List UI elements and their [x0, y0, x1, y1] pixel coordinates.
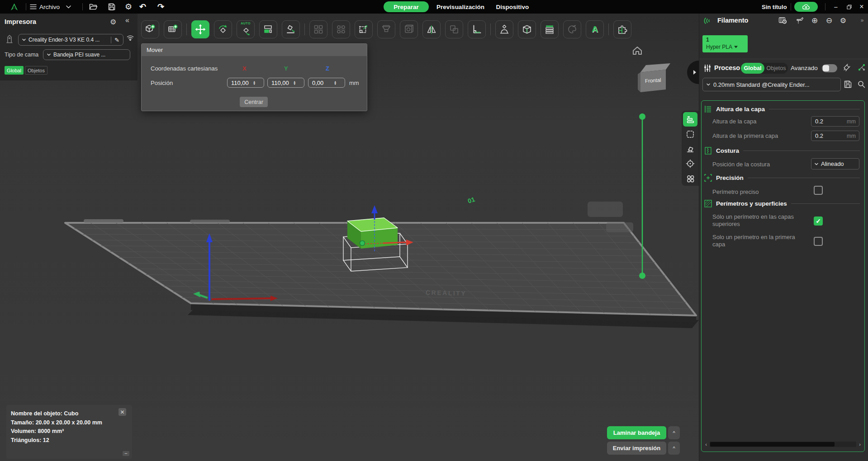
hole-tool-button[interactable] [400, 20, 418, 38]
slice-options-button[interactable]: ^ [668, 426, 680, 439]
redo-icon[interactable]: ↷ [157, 0, 164, 14]
process-global-tab[interactable]: Global [741, 63, 764, 74]
hamburger-icon[interactable] [30, 4, 37, 9]
scroll-right-arrow[interactable]: › [858, 442, 862, 447]
move-dialog-header[interactable]: Mover [142, 44, 367, 56]
advanced-toggle[interactable] [822, 64, 837, 72]
printer-settings-gear-icon[interactable]: ⚙ [110, 18, 116, 26]
close-icon[interactable]: ✕ [119, 408, 126, 416]
tab-prepare[interactable]: Preparar [384, 1, 429, 12]
selection-box-button[interactable] [683, 127, 697, 141]
arrange-button[interactable] [259, 20, 277, 38]
add-filament-icon[interactable]: ⊕ [809, 14, 820, 27]
plugin-button[interactable] [613, 20, 631, 38]
precise-wall-checkbox[interactable] [814, 186, 823, 195]
file-menu[interactable]: Archivo [39, 0, 60, 14]
y-position-input[interactable] [268, 80, 292, 86]
profile-select[interactable]: 0.20mm Standard @Creality Ender... [702, 78, 841, 91]
parameter-nodes-icon[interactable] [858, 63, 866, 71]
save-icon[interactable] [108, 3, 115, 10]
horizontal-scrollbar[interactable]: ‹ › [704, 441, 862, 448]
collapse-panel-icon[interactable]: « [125, 16, 129, 24]
scrollbar-track[interactable] [710, 442, 856, 447]
calibration-icon[interactable] [843, 63, 851, 71]
filament-settings-gear-icon[interactable]: ⚙ [838, 14, 849, 27]
stepper-arrows[interactable]: ▲▼ [334, 80, 337, 85]
minimize-button[interactable]: − [829, 0, 843, 14]
filament-unload-icon[interactable] [794, 14, 805, 27]
collapse-section-icon[interactable]: » [857, 14, 868, 27]
fill-plate-button[interactable] [332, 20, 350, 38]
boolean-tool-button[interactable] [445, 20, 463, 38]
single-wall-first-checkbox[interactable] [814, 237, 823, 246]
scale-tool-button[interactable] [355, 20, 373, 38]
rotate-tool-button[interactable] [214, 20, 232, 38]
undo-icon[interactable]: ↶ [139, 0, 146, 14]
z-position-input[interactable] [308, 80, 333, 86]
scrollbar-thumb[interactable] [710, 442, 835, 447]
add-plate-button[interactable] [164, 20, 182, 38]
layer-height-field[interactable]: mm [811, 116, 859, 127]
first-layer-height-input[interactable] [811, 132, 840, 139]
auto-orient-button[interactable]: AUTO [237, 20, 255, 38]
first-layer-height-field[interactable]: mm [811, 131, 859, 141]
measure-tool-button[interactable] [468, 20, 486, 38]
support-blocker-button[interactable] [377, 20, 395, 38]
remove-filament-icon[interactable]: ⊖ [824, 14, 835, 27]
stepper-arrows[interactable]: ▲▼ [293, 80, 296, 85]
projector-button[interactable] [683, 142, 697, 156]
wifi-icon[interactable] [127, 35, 134, 41]
close-button[interactable]: × [855, 0, 868, 14]
text-tool-button[interactable]: A [586, 20, 604, 38]
open-folder-icon[interactable] [89, 3, 98, 10]
cloud-upload-button[interactable] [794, 2, 818, 12]
paint-tool-button[interactable] [563, 20, 581, 38]
plate-list-button[interactable] [683, 112, 697, 127]
scope-objects-tab[interactable]: Objetos [25, 66, 47, 75]
process-objects-tab[interactable]: Objetos [764, 63, 788, 74]
add-model-button[interactable] [141, 20, 159, 38]
split-tool-button[interactable] [422, 20, 441, 38]
printer-select[interactable]: Creality Ender-3 V3 KE 0.4 ... ✎ [18, 34, 123, 46]
move-tool-button[interactable] [191, 20, 209, 38]
group-button[interactable] [683, 171, 697, 186]
slice-plate-button[interactable]: Laminar bandeja [607, 426, 666, 439]
slider-bottom-handle[interactable] [639, 273, 645, 279]
restore-button[interactable] [842, 0, 856, 14]
gizmo-center-handle[interactable] [360, 241, 365, 246]
manual-support-button[interactable] [495, 20, 513, 38]
view-cube-front-label[interactable]: Frontal [645, 77, 661, 84]
z-position-stepper[interactable]: ▲▼ [308, 78, 345, 88]
target-button[interactable] [683, 156, 697, 171]
x-position-input[interactable] [228, 80, 252, 86]
seam-position-select[interactable]: Alineado [811, 158, 859, 169]
y-position-stepper[interactable]: ▲▼ [267, 78, 304, 88]
axis-z-label: Z [326, 65, 329, 72]
tab-device[interactable]: Dispositivo [494, 1, 531, 12]
seam-tool-button[interactable] [518, 20, 536, 38]
scope-global-tab[interactable]: Global [5, 66, 24, 75]
minimize-info-icon[interactable]: − [123, 451, 129, 456]
single-wall-top-checkbox[interactable]: ✓ [814, 216, 823, 226]
slider-top-handle[interactable] [639, 113, 645, 120]
save-profile-icon[interactable] [844, 80, 852, 88]
layer-height-tool-button[interactable] [541, 20, 559, 38]
filament-box-icon[interactable] [777, 14, 788, 27]
stepper-arrows[interactable]: ▲▼ [253, 80, 256, 85]
view-cube[interactable]: Frontal [634, 61, 672, 96]
settings-gear-icon[interactable]: ⚙ [125, 0, 132, 14]
edit-printer-icon[interactable]: ✎ [111, 37, 119, 43]
layer-height-input[interactable] [811, 118, 840, 125]
chevron-down-icon[interactable] [66, 5, 71, 9]
send-options-button[interactable]: ^ [668, 442, 680, 455]
send-print-button[interactable]: Enviar impresión [607, 442, 666, 455]
tab-preview[interactable]: Previsualización [433, 1, 488, 12]
search-profile-icon[interactable] [858, 80, 865, 88]
clone-button[interactable] [309, 20, 327, 38]
lay-flat-button[interactable] [282, 20, 300, 38]
x-position-stepper[interactable]: ▲▼ [227, 78, 264, 88]
filament-slot-chip[interactable]: 1 Hyper PLA [702, 35, 748, 52]
center-button[interactable]: Centrar [240, 97, 268, 107]
scroll-left-arrow[interactable]: ‹ [704, 442, 708, 447]
bed-type-select[interactable]: Bandeja PEI suave ... [43, 49, 130, 60]
